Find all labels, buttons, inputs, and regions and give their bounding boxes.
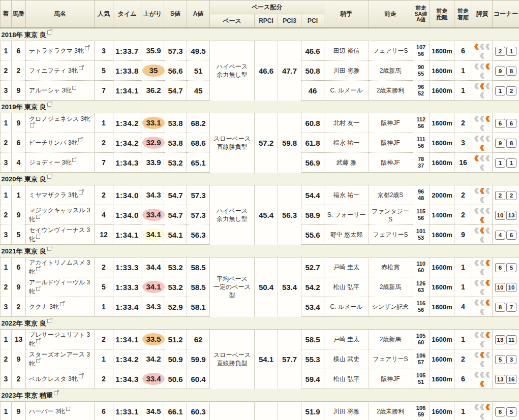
finish-time: 1:33.7	[113, 41, 141, 61]
corner-position-1: 2	[495, 47, 505, 56]
external-link-icon	[72, 158, 76, 162]
corner-position-2: 5	[506, 263, 516, 272]
pci-value: 54.4	[301, 185, 324, 205]
horse-number: 9	[12, 349, 26, 369]
pci-value: 53.4	[301, 297, 324, 317]
corner-position-1: 1	[495, 86, 505, 95]
previous-distance: 1600m	[430, 349, 454, 369]
horse-name-link[interactable]: テトラドラクマ 3牝	[29, 47, 84, 54]
previous-distance: 1600m	[430, 113, 454, 133]
running-style-icon	[472, 257, 493, 277]
horse-name-link[interactable]: ククナ 3牝	[29, 303, 59, 310]
previous-distance: 1400m	[430, 205, 454, 225]
horse-number: 6	[12, 41, 26, 61]
running-style-icon	[472, 349, 493, 369]
popularity: 5	[95, 277, 113, 297]
pace-type: 平均ペース一定のペース型	[210, 402, 255, 420]
style-arrow-1	[474, 352, 479, 358]
horse-name-cell: ビーチサンバ 3牝	[26, 133, 95, 153]
rpci-value: 57.2	[255, 113, 278, 173]
finish-position: 1	[1, 113, 12, 133]
previous-sa-values: 10756	[412, 41, 430, 61]
previous-distance: 1600m	[430, 369, 454, 389]
col-header-pace: ペース	[210, 14, 255, 28]
year-section-label[interactable]: 2020年 東京 良	[2, 175, 46, 183]
external-link-icon	[36, 339, 40, 343]
previous-distance: 1600m	[430, 61, 454, 81]
agari-cell: 34.5	[141, 402, 164, 420]
finish-position: 3	[1, 369, 12, 389]
rpci-value: 54.1	[255, 330, 278, 389]
corner-position-1: 13	[495, 335, 505, 344]
corner-positions: 65	[493, 257, 519, 277]
horse-name-link[interactable]: フィニフティ 3牝	[29, 67, 78, 74]
style-arrow-4	[480, 145, 484, 151]
corner-position-2: 2	[506, 191, 516, 200]
a-value: 51	[187, 61, 210, 81]
style-arrow-1	[474, 44, 479, 50]
horse-name-link[interactable]: ビーチサンバ 3牝	[29, 139, 77, 146]
jockey-name: 福永 祐一	[324, 133, 369, 153]
previous-sa-values: 10153	[412, 225, 430, 245]
pci-value: 51.9	[301, 402, 324, 420]
col-header-jockey: 騎手	[324, 1, 369, 28]
year-section-label[interactable]: 2018年 東京 良	[2, 31, 46, 39]
horse-number: 13	[12, 330, 26, 349]
year-section-label[interactable]: 2021年 東京 良	[2, 247, 46, 255]
previous-finish: 1	[454, 402, 472, 420]
horse-number: 9	[12, 277, 26, 297]
race-history-table: 着 馬番 馬名 人気 タイム 上がり S値 A値 ペース配分 騎手 前走 前走S…	[0, 0, 519, 420]
horse-name-link[interactable]: ベルクレスタ 3牝	[29, 375, 78, 382]
style-arrow-1	[474, 228, 479, 234]
horse-name-link[interactable]: ミヤマザクラ 3牝	[29, 191, 78, 199]
pace-type: ハイペース余力無し型	[210, 185, 255, 245]
style-arrow-2	[480, 136, 484, 142]
corner-position-2: 6	[506, 231, 516, 240]
horse-name-link[interactable]: ハーパー 3牝	[29, 408, 65, 415]
table-row: 1 6 テトラドラクマ 3牝 3 1:33.7 35.9 57.3 49.5 ハ…	[1, 41, 519, 61]
style-arrow-3	[485, 208, 490, 214]
col-header-prev-sa: 前走SA値A値	[412, 1, 430, 28]
a-value: 57.3	[187, 185, 210, 205]
year-section-label[interactable]: 2023年 東京 稍重	[2, 392, 53, 399]
previous-distance: 1600m	[430, 225, 454, 245]
table-row: 1 9 クロノジェネシス 3牝 1 1:34.2 33.1 53.8 68.2 …	[1, 113, 519, 133]
style-arrow-1	[474, 116, 479, 122]
previous-distance: 1600m	[430, 133, 454, 153]
pci-value: 60.8	[301, 113, 324, 133]
previous-race: ファンタジーS	[369, 205, 412, 225]
corner-positions: 53	[493, 349, 519, 369]
col-header-time: タイム	[113, 1, 141, 28]
year-section-label[interactable]: 2019年 東京 良	[2, 103, 46, 111]
pace-type: ハイペース余力無し型	[210, 41, 255, 101]
previous-sa-values: 10560	[412, 330, 430, 349]
finish-time: 1:34.2	[113, 133, 141, 153]
horse-name-cell: クロノジェネシス 3牝	[26, 113, 95, 133]
corner-positions: 46	[493, 225, 519, 245]
previous-sa-values: 12663	[412, 277, 430, 297]
horse-name-link[interactable]: ジョディー 3牝	[29, 159, 71, 166]
agari-cell: 33.5	[141, 330, 164, 349]
style-arrow-2	[480, 44, 484, 50]
a-value: 58.5	[187, 257, 210, 277]
style-arrow-4	[480, 92, 484, 99]
style-arrow-4	[480, 289, 484, 295]
previous-sa-values: 9648	[412, 185, 430, 205]
style-arrow-3	[485, 260, 490, 266]
year-section-label[interactable]: 2022年 東京 良	[2, 319, 46, 327]
horse-name-link[interactable]: アルーシャ 3牝	[29, 87, 71, 94]
corner-position-1: 9	[495, 139, 505, 148]
finish-position: 1	[1, 257, 12, 277]
col-header-horse-number: 馬番	[12, 1, 26, 28]
corner-position-2: 7	[506, 303, 516, 312]
style-arrow-1	[474, 83, 479, 89]
agari-value: 34.5	[142, 405, 165, 417]
corner-positions: 66	[493, 113, 519, 133]
jockey-name: 戸崎 圭太	[324, 257, 369, 277]
horse-name-link[interactable]: クロノジェネシス 3牝	[29, 115, 90, 122]
external-link-icon	[72, 86, 76, 90]
year-section-row: 2019年 東京 良	[1, 101, 519, 113]
table-row: 1 6 アカイトリノムスメ 3牝 2 1:33.3 34.4 53.2 58.5…	[1, 257, 519, 277]
style-arrow-4	[480, 125, 484, 131]
running-style-icon	[472, 205, 493, 225]
